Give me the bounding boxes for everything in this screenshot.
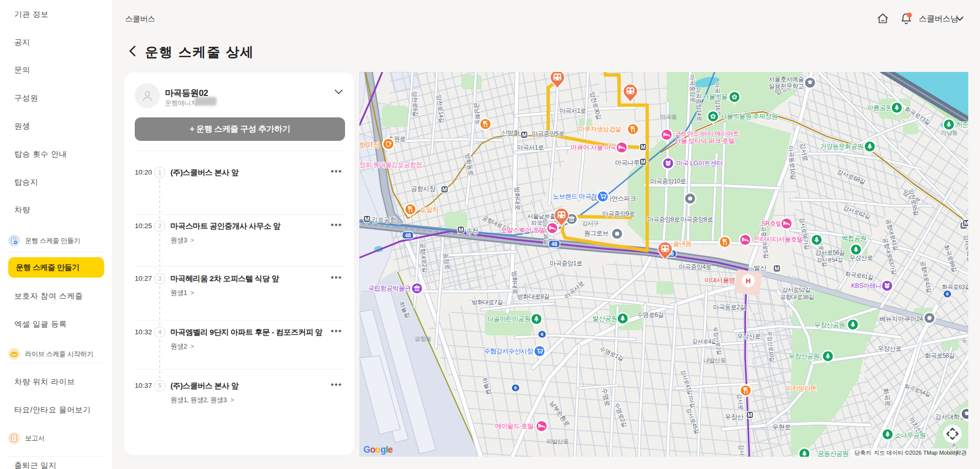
svg-text:소나무공원: 소나무공원 — [895, 432, 925, 439]
svg-text:머큐어 서울 마곡: 머큐어 서울 마곡 — [571, 144, 617, 151]
svg-text:SR호텔: SR호텔 — [762, 220, 782, 227]
svg-text:우장산로: 우장산로 — [849, 254, 873, 261]
svg-text:방화대로: 방화대로 — [513, 187, 522, 211]
svg-text:6: 6 — [541, 331, 543, 337]
svg-text:도일처: 도일처 — [420, 206, 438, 213]
svg-text:이치방라멘: 이치방라멘 — [786, 385, 817, 392]
svg-text:로얄스퀘어 호텔: 로얄스퀘어 호텔 — [501, 227, 545, 234]
svg-text:우장산공원: 우장산공원 — [789, 353, 819, 360]
svg-text:마곡중앙1로: 마곡중앙1로 — [550, 260, 582, 267]
svg-text:솥내음: 솥내음 — [673, 240, 692, 247]
svg-text:마곡서1로: 마곡서1로 — [559, 107, 586, 114]
svg-text:서울 보타닉 파크 호텔: 서울 보타닉 파크 호텔 — [675, 137, 734, 144]
svg-text:마곡중앙8로: 마곡중앙8로 — [680, 216, 713, 223]
svg-text:우장산로: 우장산로 — [878, 345, 902, 352]
svg-text:공항동: 공항동 — [414, 336, 431, 342]
svg-text:강서로: 강서로 — [738, 444, 746, 457]
svg-text:우장산: 우장산 — [725, 413, 744, 421]
svg-text:메이필드 호텔: 메이필드 호텔 — [495, 423, 533, 430]
svg-text:수명로6길: 수명로6길 — [637, 311, 664, 318]
svg-text:48: 48 — [405, 232, 411, 238]
svg-text:KBS아레나: KBS아레나 — [851, 282, 881, 289]
svg-text:수협강서수산시장: 수협강서수산시장 — [484, 348, 533, 355]
svg-text:마곡동로2길: 마곡동로2길 — [713, 304, 746, 311]
svg-text:M: M — [964, 220, 968, 226]
svg-text:꿈동산공원: 꿈동산공원 — [818, 450, 848, 457]
svg-text:마곡중앙10로: 마곡중앙10로 — [650, 178, 686, 185]
svg-text:M: M — [641, 159, 645, 165]
svg-text:김포공항: 김포공항 — [372, 216, 396, 224]
svg-text:약관: 약관 — [955, 450, 967, 456]
svg-text:마곡중앙9로: 마곡중앙9로 — [602, 210, 635, 217]
svg-text:강서로52길: 강서로52길 — [782, 287, 811, 293]
svg-text:마곡중앙14로: 마곡중앙14로 — [695, 87, 702, 121]
svg-text:마부자생삼겹살: 마부자생삼겹살 — [578, 126, 621, 133]
svg-text:6: 6 — [514, 385, 517, 390]
svg-text:방화대로8길: 방화대로8길 — [517, 293, 550, 300]
svg-text:마곡중앙4로: 마곡중앙4로 — [679, 263, 712, 270]
svg-text:강서로4길: 강서로4길 — [692, 338, 717, 344]
svg-text:마곡중앙8로: 마곡중앙8로 — [647, 216, 680, 223]
svg-text:외발산동: 외발산동 — [546, 438, 569, 445]
svg-text:강서구: 강서구 — [582, 220, 599, 227]
svg-text:허준: 허준 — [956, 121, 968, 128]
svg-text:다솔어린이공원: 다솔어린이공원 — [487, 315, 530, 323]
svg-text:원그로브: 원그로브 — [584, 230, 608, 237]
svg-text:인터시티서울호텔: 인터시티서울호텔 — [754, 236, 803, 243]
svg-text:M: M — [747, 412, 752, 418]
svg-text:지도 데이터 ©2026 TMap Mobility: 지도 데이터 ©2026 TMap Mobility — [874, 450, 959, 456]
svg-text:M: M — [774, 265, 779, 271]
svg-text:내발산동: 내발산동 — [703, 357, 726, 363]
svg-text:등촌동: 등촌동 — [962, 337, 968, 343]
svg-text:48: 48 — [551, 241, 557, 247]
svg-text:화곡로58길: 화곡로58길 — [925, 352, 954, 359]
svg-text:마곡중앙5로: 마곡중앙5로 — [532, 130, 565, 137]
svg-text:M: M — [458, 227, 463, 233]
svg-text:M: M — [364, 216, 369, 222]
svg-text:M: M — [442, 186, 447, 192]
svg-text:신방화: 신방화 — [501, 129, 520, 136]
svg-text:마곡나루: 마곡나루 — [615, 159, 640, 166]
svg-text:마곡동: 마곡동 — [660, 114, 677, 120]
svg-text:아름공원: 아름공원 — [867, 104, 892, 111]
svg-text:화곡로63길: 화곡로63길 — [942, 284, 968, 290]
svg-text:M: M — [641, 144, 645, 150]
svg-text:가양동문화공원: 가양동문화공원 — [820, 143, 863, 150]
svg-text:서울식물원 주제정원: 서울식물원 주제정원 — [721, 113, 777, 120]
svg-text:백합공원: 백합공원 — [842, 235, 866, 242]
svg-text:실용전문학교: 실용전문학교 — [769, 83, 804, 90]
svg-text:Google: Google — [363, 445, 393, 455]
svg-text:강서로56길: 강서로56길 — [815, 249, 845, 256]
svg-text:6: 6 — [946, 291, 948, 297]
svg-text:발산공원: 발산공원 — [593, 315, 617, 322]
svg-text:송정: 송정 — [466, 228, 478, 235]
svg-text:방화대로: 방화대로 — [511, 271, 519, 295]
svg-text:H: H — [746, 277, 750, 285]
svg-text:방화대로7길: 방화대로7길 — [472, 299, 503, 305]
svg-text:발산: 발산 — [754, 264, 767, 271]
svg-text:코트야드 바이 메리어트: 코트야드 바이 메리어트 — [675, 130, 739, 137]
svg-text:공항대로38길: 공항대로38길 — [780, 294, 814, 300]
svg-text:국립항공박물관: 국립항공박물관 — [368, 285, 411, 292]
svg-text:우현로: 우현로 — [772, 424, 791, 431]
svg-text:우장산공원: 우장산공원 — [814, 322, 845, 329]
svg-text:마곡 LG아트센터: 마곡 LG아트센터 — [676, 160, 723, 167]
svg-text:마곡서1로: 마곡서1로 — [517, 144, 544, 151]
svg-text:단축키: 단축키 — [854, 450, 871, 456]
svg-text:강서로54길: 강서로54길 — [817, 257, 843, 263]
svg-text:M: M — [522, 132, 526, 138]
svg-text:정희 롯데몰김포공항점: 정희 롯데몰김포공항점 — [359, 161, 422, 168]
svg-text:베뉴지아쿠아24: 베뉴지아쿠아24 — [879, 315, 923, 323]
svg-text:우장산로: 우장산로 — [737, 333, 761, 340]
svg-text:항DT점: 항DT점 — [359, 141, 380, 149]
svg-text:노브랜드 마곡점: 노브랜드 마곡점 — [553, 193, 597, 200]
svg-text:서울호서예술: 서울호서예술 — [769, 76, 804, 83]
svg-text:ON: ON — [12, 353, 17, 356]
svg-text:마곡중앙로: 마곡중앙로 — [689, 75, 696, 103]
svg-text:공항시장: 공항시장 — [411, 185, 436, 192]
